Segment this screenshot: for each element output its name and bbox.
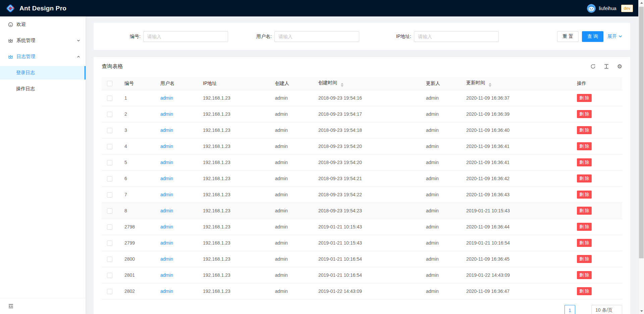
sidebar-item-log-management[interactable]: 日志管理	[0, 50, 86, 63]
avatar[interactable]	[587, 4, 596, 13]
username-link[interactable]: admin	[160, 289, 173, 294]
delete-button[interactable]: 删 除	[577, 287, 592, 295]
form-item-id: 编号:	[102, 31, 228, 42]
table-row: 2802 admin 192.168.1.23 admin 2019-01-22…	[102, 283, 622, 299]
sidebar-item-operation-log[interactable]: 操作日志	[0, 82, 86, 96]
delete-button[interactable]: 删 除	[577, 207, 592, 215]
form-actions: 重 置 查 询 展开	[557, 31, 622, 42]
sidebar-item-login-log[interactable]: 登录日志	[0, 66, 86, 80]
form-item-username: 用户名:	[228, 31, 359, 42]
id-input[interactable]	[143, 31, 228, 42]
ip-input[interactable]	[414, 31, 499, 42]
delete-button[interactable]: 删 除	[577, 271, 592, 279]
delete-button[interactable]: 删 除	[577, 110, 592, 118]
column-header-updated[interactable]: 更新时间	[461, 77, 572, 90]
column-header-ip: IP地址	[198, 77, 270, 90]
delete-button[interactable]: 删 除	[577, 255, 592, 263]
username-link[interactable]: admin	[160, 144, 173, 149]
table-card: 查询表格 ⚙	[94, 57, 630, 314]
delete-button[interactable]: 删 除	[577, 142, 592, 150]
cell-updater: admin	[421, 187, 461, 203]
window-scrollbar[interactable]	[638, 0, 644, 314]
logo[interactable]: Ant Design Pro	[5, 3, 66, 13]
username[interactable]: liufeihua	[599, 6, 616, 11]
username-link[interactable]: admin	[160, 95, 173, 101]
username-link[interactable]: admin	[160, 111, 173, 117]
delete-button[interactable]: 删 除	[577, 94, 592, 102]
expand-link[interactable]: 展开	[607, 34, 622, 40]
smile-icon	[8, 22, 13, 27]
cell-created-time: 2019-01-21 10:15:43	[313, 219, 421, 235]
cell-id: 7	[119, 187, 155, 203]
scroll-up-arrow[interactable]	[639, 0, 644, 6]
pagination: 1 10 条/页	[102, 305, 622, 314]
cell-created-time: 2018-09-23 19:54:16	[313, 90, 421, 106]
cell-updated-time: 2020-11-09 16:36:42	[461, 170, 572, 187]
sidebar-item-label: 登录日志	[16, 70, 35, 76]
cell-created-time: 2019-01-21 10:15:43	[313, 235, 421, 251]
row-checkbox[interactable]	[107, 192, 112, 198]
username-link[interactable]: admin	[160, 160, 173, 165]
cell-updater: admin	[421, 219, 461, 235]
reset-button[interactable]: 重 置	[557, 31, 579, 42]
row-checkbox[interactable]	[107, 176, 112, 181]
row-checkbox[interactable]	[107, 289, 112, 294]
delete-button[interactable]: 删 除	[577, 223, 592, 231]
row-checkbox[interactable]	[107, 257, 112, 262]
username-field-label: 用户名:	[228, 34, 274, 40]
row-checkbox[interactable]	[107, 224, 112, 230]
delete-button[interactable]: 删 除	[577, 126, 592, 134]
username-link[interactable]: admin	[160, 272, 173, 278]
delete-button[interactable]: 删 除	[577, 174, 592, 182]
setting-icon[interactable]: ⚙	[617, 64, 622, 69]
username-link[interactable]: admin	[160, 127, 173, 133]
cell-updated-time: 2020-11-09 16:36:37	[461, 90, 572, 106]
delete-button[interactable]: 删 除	[577, 239, 592, 247]
delete-button[interactable]: 删 除	[577, 191, 592, 199]
reload-icon[interactable]	[590, 64, 596, 69]
menu-fold-icon[interactable]	[8, 303, 14, 309]
page-size-select[interactable]: 10 条/页	[591, 305, 622, 314]
scroll-down-arrow[interactable]	[639, 308, 644, 314]
row-checkbox[interactable]	[107, 160, 112, 165]
username-link[interactable]: admin	[160, 176, 173, 181]
username-link[interactable]: admin	[160, 224, 173, 229]
column-header-label: 创建时间	[318, 80, 337, 85]
cell-creator: admin	[270, 203, 313, 219]
username-link[interactable]: admin	[160, 208, 173, 213]
row-checkbox[interactable]	[107, 128, 112, 133]
sorter-icon[interactable]	[489, 83, 491, 87]
table-row: 6 admin 192.168.1.23 admin 2018-09-23 19…	[102, 170, 622, 187]
row-checkbox[interactable]	[107, 208, 112, 214]
page-1-button[interactable]: 1	[565, 305, 575, 314]
column-header-created[interactable]: 创建时间	[313, 77, 421, 90]
row-checkbox[interactable]	[107, 96, 112, 101]
cell-ip: 192.168.1.23	[198, 106, 270, 122]
prev-page-button[interactable]	[551, 305, 562, 314]
cell-updated-time: 2020-11-09 16:36:40	[461, 122, 572, 138]
username-link[interactable]: admin	[160, 256, 173, 262]
sorter-icon[interactable]	[341, 83, 343, 87]
sidebar-item-system-management[interactable]: 系统管理	[0, 34, 86, 47]
sidebar-item-welcome[interactable]: 欢迎	[0, 18, 86, 31]
select-all-checkbox[interactable]	[107, 81, 112, 86]
crown-icon	[8, 38, 13, 43]
cell-created-time: 2019-01-22 14:43:09	[313, 283, 421, 299]
username-link[interactable]: admin	[160, 192, 173, 197]
row-checkbox[interactable]	[107, 241, 112, 246]
delete-button[interactable]: 删 除	[577, 158, 592, 166]
cell-creator: admin	[270, 106, 313, 122]
next-page-button[interactable]	[578, 305, 589, 314]
username-link[interactable]: admin	[160, 240, 173, 246]
cell-updater: admin	[421, 267, 461, 283]
query-button[interactable]: 查 询	[582, 31, 603, 42]
row-checkbox[interactable]	[107, 112, 112, 117]
column-height-icon[interactable]	[604, 64, 609, 69]
row-checkbox[interactable]	[107, 144, 112, 149]
row-checkbox[interactable]	[107, 273, 112, 278]
username-input[interactable]	[274, 31, 359, 42]
cell-id: 6	[119, 170, 155, 187]
scrollbar-thumb[interactable]	[639, 7, 644, 258]
cell-updated-time: 2020-11-09 16:36:41	[461, 154, 572, 170]
column-header-id: 编号	[119, 77, 155, 90]
